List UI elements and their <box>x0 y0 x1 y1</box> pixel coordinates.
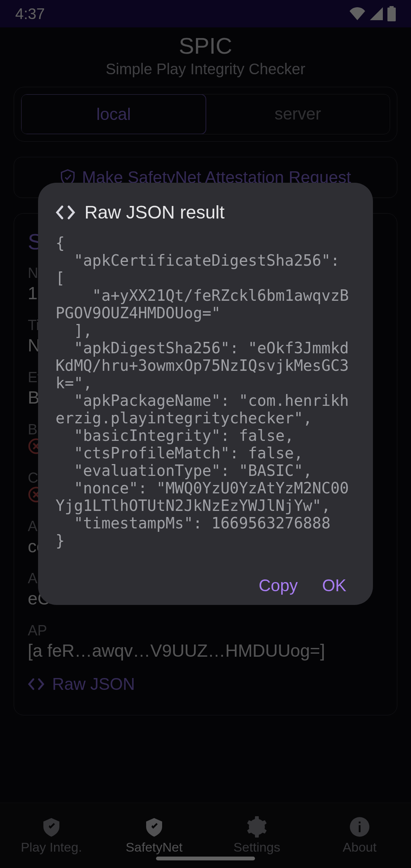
raw-json-dialog: Raw JSON result { "apkCertificateDigestS… <box>38 183 373 605</box>
copy-button[interactable]: Copy <box>259 576 298 595</box>
dialog-json: { "apkCertificateDigestSha256": [ "a+yXX… <box>56 234 355 549</box>
dialog-title: Raw JSON result <box>84 202 225 223</box>
code-icon <box>56 205 75 220</box>
dialog-actions: Copy OK <box>56 576 355 595</box>
dialog-header: Raw JSON result <box>56 202 355 223</box>
ok-button[interactable]: OK <box>322 576 346 595</box>
